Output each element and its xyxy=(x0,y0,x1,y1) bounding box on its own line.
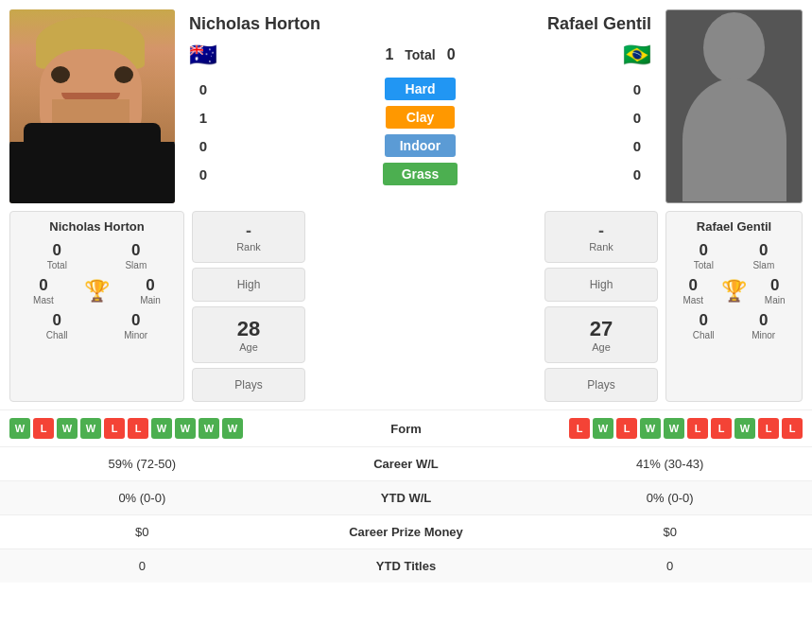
right-indoor-wins: 0 xyxy=(623,138,651,154)
form-badge-l: L xyxy=(569,418,590,439)
right-player-name: Rafael Gentil xyxy=(547,14,651,34)
career-wl-label: Career W/L xyxy=(373,457,439,471)
left-chall-label: Chall xyxy=(46,330,68,340)
form-badge-w: W xyxy=(9,418,30,439)
left-ytd-titles: 0 xyxy=(139,559,146,573)
left-player-name: Nicholas Horton xyxy=(189,14,320,34)
left-prize: $0 xyxy=(135,525,148,539)
right-grass-wins: 0 xyxy=(623,166,651,183)
left-age: 28 xyxy=(202,317,295,341)
form-badge-w: W xyxy=(593,418,613,439)
form-badge-w: W xyxy=(151,418,172,439)
right-mast-label: Mast xyxy=(682,295,703,305)
left-minor: 0 xyxy=(124,311,147,330)
right-age-label: Age xyxy=(555,341,648,353)
total-label: Total xyxy=(405,47,435,62)
left-high-label: High xyxy=(202,278,295,291)
form-badge-w: W xyxy=(199,418,219,439)
form-badge-l: L xyxy=(128,418,148,439)
left-plays-label: Plays xyxy=(202,378,295,392)
left-chall: 0 xyxy=(46,311,68,330)
form-badge-l: L xyxy=(711,418,732,439)
right-plays-label: Plays xyxy=(555,378,648,392)
right-slam-label: Slam xyxy=(752,260,774,270)
hard-badge: Hard xyxy=(385,78,457,100)
left-age-label: Age xyxy=(202,341,295,353)
form-badge-l: L xyxy=(758,418,779,439)
left-center-stats: - Rank High 28 Age Plays xyxy=(192,211,305,402)
career-wl-row: 59% (72-50) Career W/L 41% (30-43) xyxy=(0,447,812,481)
prize-label: Career Prize Money xyxy=(349,525,463,539)
right-total-wins: 0 xyxy=(447,46,456,63)
left-mast-label: Mast xyxy=(33,295,54,305)
form-badge-w: W xyxy=(734,418,755,439)
right-player-photo xyxy=(665,9,803,203)
ytd-titles-row: 0 YTD Titles 0 xyxy=(0,549,812,583)
ytd-wl-label: YTD W/L xyxy=(381,491,431,505)
form-badge-w: W xyxy=(175,418,196,439)
form-badge-l: L xyxy=(616,418,637,439)
right-chall: 0 xyxy=(693,311,715,330)
left-slam-label: Slam xyxy=(125,260,147,270)
left-player-photo xyxy=(9,9,175,203)
right-ytd-titles: 0 xyxy=(666,559,673,573)
right-player-name-card: Rafael Gentil xyxy=(674,219,794,234)
left-flag: 🇦🇺 xyxy=(189,42,217,68)
left-total: 0 xyxy=(47,241,67,260)
left-player-name-card: Nicholas Horton xyxy=(18,219,176,234)
right-prize: $0 xyxy=(663,525,676,539)
stats-table: 59% (72-50) Career W/L 41% (30-43) 0% (0… xyxy=(0,446,812,583)
right-high-label: High xyxy=(555,278,648,291)
left-form-badges: WLWWLLWWWW xyxy=(9,418,359,439)
right-mast: 0 xyxy=(682,276,703,295)
right-center-stats: - Rank High 27 Age Plays xyxy=(544,211,658,402)
prize-row: $0 Career Prize Money $0 xyxy=(0,515,812,549)
right-slam: 0 xyxy=(752,241,774,260)
form-badge-w: W xyxy=(664,418,684,439)
left-slam: 0 xyxy=(125,241,147,260)
right-clay-wins: 0 xyxy=(623,110,651,126)
form-badge-l: L xyxy=(33,418,54,439)
right-minor: 0 xyxy=(752,311,775,330)
form-badge-l: L xyxy=(782,418,803,439)
left-ytd-wl: 0% (0-0) xyxy=(118,491,165,505)
right-trophy-icon: 🏆 xyxy=(721,279,747,304)
indoor-badge: Indoor xyxy=(385,134,457,157)
main-container: Nicholas Horton Rafael Gentil 🇦🇺 1 Total… xyxy=(0,0,812,583)
left-stats-card: Nicholas Horton 0 Total 0 Slam 0 Mast 🏆 xyxy=(9,211,184,402)
form-badge-w: W xyxy=(57,418,78,439)
left-rank: - xyxy=(202,221,295,241)
right-ytd-wl: 0% (0-0) xyxy=(647,491,694,505)
left-rank-label: Rank xyxy=(202,241,295,252)
ytd-wl-row: 0% (0-0) YTD W/L 0% (0-0) xyxy=(0,481,812,515)
right-flag: 🇧🇷 xyxy=(623,42,651,68)
right-age: 27 xyxy=(555,317,648,341)
right-form-badges: LWLWWLLWLL xyxy=(454,418,803,439)
form-badge-w: W xyxy=(640,418,661,439)
left-main: 0 xyxy=(140,276,161,295)
right-rank-label: Rank xyxy=(555,241,648,252)
right-main: 0 xyxy=(765,276,786,295)
right-minor-label: Minor xyxy=(752,330,775,340)
grass-badge: Grass xyxy=(383,163,458,185)
form-badge-l: L xyxy=(687,418,708,439)
left-indoor-wins: 0 xyxy=(189,138,217,154)
right-career-wl: 41% (30-43) xyxy=(636,457,704,471)
clay-badge: Clay xyxy=(386,106,456,129)
left-trophy-icon: 🏆 xyxy=(84,279,110,304)
ytd-titles-label: YTD Titles xyxy=(376,559,436,573)
left-minor-label: Minor xyxy=(124,330,147,340)
right-hard-wins: 0 xyxy=(623,81,651,97)
right-stats-card: Rafael Gentil 0 Total 0 Slam 0 Mast 🏆 xyxy=(665,211,803,402)
form-label: Form xyxy=(359,422,454,436)
left-grass-wins: 0 xyxy=(189,166,217,183)
left-career-wl: 59% (72-50) xyxy=(109,457,177,471)
left-total-wins: 1 xyxy=(385,46,393,63)
right-total-label: Total xyxy=(694,260,714,270)
left-hard-wins: 0 xyxy=(189,81,217,97)
form-row: WLWWLLWWWW Form LWLWWLLWLL xyxy=(0,409,812,446)
right-rank: - xyxy=(555,221,648,241)
form-badge-w: W xyxy=(80,418,101,439)
right-main-label: Main xyxy=(765,295,786,305)
left-total-label: Total xyxy=(47,260,67,270)
